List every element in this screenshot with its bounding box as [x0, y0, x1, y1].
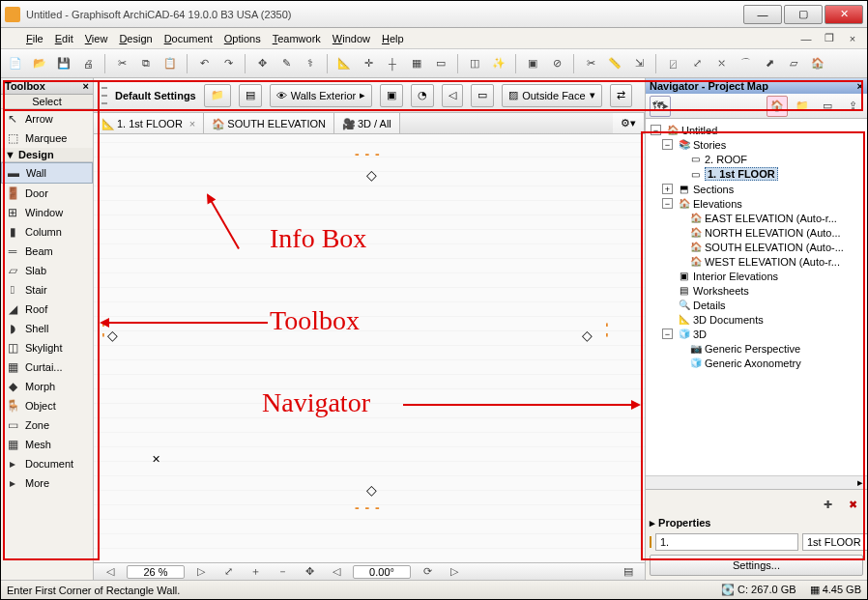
geometry3-button[interactable]: ◁: [442, 84, 463, 107]
tool-arrow[interactable]: ↖Arrow: [1, 109, 93, 129]
zoom-value[interactable]: 26 %: [127, 565, 185, 579]
toolbox-more[interactable]: ▸More: [1, 473, 93, 493]
tool-skylight[interactable]: ◫Skylight: [1, 338, 93, 357]
scrollfwd-button[interactable]: ▷: [190, 561, 212, 583]
new-button[interactable]: 📄: [5, 53, 26, 74]
structure-button[interactable]: ▤: [239, 84, 262, 107]
tool-marquee[interactable]: ⬚Marquee: [1, 129, 93, 148]
tree-3d-documents[interactable]: 📐3D Documents: [648, 312, 865, 327]
tree-south-elevation-auto-[interactable]: 🏠SOUTH ELEVATION (Auto-...: [648, 240, 865, 254]
prev-view-button[interactable]: ◁: [326, 561, 347, 583]
grid-button[interactable]: ▦: [406, 53, 427, 74]
tab-options-button[interactable]: ⚙▾: [613, 113, 645, 133]
mdi-close-button[interactable]: ×: [842, 28, 863, 49]
ruler-button[interactable]: 📏: [604, 53, 625, 74]
tool-shell[interactable]: ◗Shell: [1, 319, 93, 338]
quick-options-button[interactable]: ▤: [618, 561, 639, 583]
fillet-button[interactable]: ⌒: [735, 53, 756, 74]
copy-button[interactable]: ⧉: [135, 53, 157, 74]
orbit-button[interactable]: ⟳: [417, 561, 438, 583]
tree-east-elevation-auto-r-[interactable]: 🏠EAST ELEVATION (Auto-r...: [648, 211, 865, 225]
expand-icon[interactable]: −: [662, 198, 673, 209]
toolbox-document[interactable]: ▸Document: [1, 454, 93, 473]
property-name-input[interactable]: [802, 533, 868, 551]
tree-sections[interactable]: +⬒Sections: [648, 182, 865, 196]
tree-generic-axonometry[interactable]: 🧊Generic Axonometry: [648, 356, 865, 370]
menu-edit[interactable]: Edit: [49, 31, 79, 46]
suspend-button[interactable]: ⊘: [546, 53, 567, 74]
tree-west-elevation-auto-r-[interactable]: 🏠WEST ELEVATION (Auto-r...: [648, 254, 865, 269]
zoomin-button[interactable]: ＋: [245, 561, 266, 583]
offset-button[interactable]: ⇲: [628, 53, 650, 74]
zoomfit-button[interactable]: ⤢: [217, 561, 239, 583]
tree-untitled[interactable]: −🏠Untitled: [648, 123, 865, 137]
toolbox-group-design[interactable]: ▼ Design: [1, 148, 93, 162]
settings-button[interactable]: Settings...: [650, 555, 863, 576]
close-button[interactable]: ✕: [825, 5, 863, 24]
menu-view[interactable]: View: [79, 31, 114, 46]
zoomout-button[interactable]: －: [272, 561, 293, 583]
nav-viewmap-button[interactable]: 📁: [792, 96, 813, 117]
cut-button[interactable]: ✂: [111, 53, 132, 74]
tool-beam[interactable]: ═Beam: [1, 242, 93, 261]
scroll-right-icon[interactable]: ▸: [854, 476, 867, 489]
tool-stair[interactable]: 𓊍Stair: [1, 280, 93, 300]
geometry2-button[interactable]: ◔: [411, 84, 434, 107]
next-view-button[interactable]: ▷: [444, 561, 465, 583]
tree-2-roof[interactable]: ▭2. ROOF: [648, 152, 865, 166]
menu-design[interactable]: Design: [113, 31, 158, 46]
tree-3d[interactable]: −🧊3D: [648, 327, 865, 341]
tab-1-1st-floor[interactable]: 📐1. 1st FLOOR×: [94, 113, 204, 133]
tab-close-icon[interactable]: ×: [189, 118, 195, 129]
menu-help[interactable]: Help: [376, 31, 410, 46]
tool-column[interactable]: ▮Column: [1, 222, 93, 242]
tree-north-elevation-auto-[interactable]: 🏠NORTH ELEVATION (Auto...: [648, 225, 865, 240]
misc1-button[interactable]: ▱: [783, 53, 804, 74]
nav-publisher-button[interactable]: ⇪: [842, 96, 863, 117]
tree-details[interactable]: 🔍Details: [648, 298, 865, 312]
magic-button[interactable]: ✨: [488, 53, 509, 74]
menu-window[interactable]: Window: [327, 31, 376, 46]
tool-wall[interactable]: ▬Wall: [1, 162, 93, 184]
minimize-button[interactable]: —: [743, 5, 782, 24]
menu-teamwork[interactable]: Teamwork: [267, 31, 327, 46]
flip-button[interactable]: ⇄: [610, 84, 632, 107]
new-view-button[interactable]: ✚: [818, 494, 839, 515]
trim-button[interactable]: ✂: [580, 53, 601, 74]
tool-zone[interactable]: ▭Zone: [1, 415, 93, 435]
tool-window[interactable]: ⊞Window: [1, 203, 93, 222]
split-button[interactable]: ⍁: [662, 53, 683, 74]
nav-projmap-button[interactable]: 🏠: [767, 96, 788, 117]
measure-button[interactable]: 📐: [333, 53, 355, 74]
geometry4-button[interactable]: ▭: [471, 84, 494, 107]
intersect-button[interactable]: ⤬: [710, 53, 732, 74]
dropper-button[interactable]: ✎: [275, 53, 297, 74]
tool-slab[interactable]: ▱Slab: [1, 261, 93, 280]
drawing-canvas[interactable]: - - - ◇ - - ◇ ◇ - - ◇ - - - ✕: [94, 134, 645, 562]
tool-object[interactable]: 🪑Object: [1, 396, 93, 415]
guide-button[interactable]: ┼: [382, 53, 403, 74]
redo-button[interactable]: ↷: [217, 53, 239, 74]
save-button[interactable]: 💾: [53, 53, 74, 74]
misc2-button[interactable]: 🏠: [807, 53, 828, 74]
mdi-restore-button[interactable]: ❐: [819, 28, 840, 49]
tool-roof[interactable]: ◢Roof: [1, 300, 93, 319]
expand-icon[interactable]: −: [662, 329, 673, 339]
delete-view-button[interactable]: ✖: [842, 494, 863, 515]
open-button[interactable]: 📂: [29, 53, 50, 74]
syringe-button[interactable]: ⚕: [300, 53, 321, 74]
tree-interior-elevations[interactable]: ▣Interior Elevations: [648, 269, 865, 283]
tool-door[interactable]: 🚪Door: [1, 184, 93, 203]
property-index-input[interactable]: [655, 533, 798, 551]
walls-exterior-dropdown[interactable]: 👁 Walls Exterior ▸: [270, 84, 372, 107]
tab-3d-all[interactable]: 🎥3D / All: [334, 113, 400, 133]
menu-options[interactable]: Options: [218, 31, 267, 46]
tool-mesh[interactable]: ▦Mesh: [1, 435, 93, 454]
expand-icon[interactable]: −: [662, 139, 673, 150]
expand-icon[interactable]: −: [651, 125, 661, 135]
adjust-button[interactable]: ⤢: [686, 53, 708, 74]
tool-curtai-[interactable]: ▦Curtai...: [1, 357, 93, 377]
tree-1-1st-floor[interactable]: ▭1. 1st FLOOR: [648, 166, 865, 182]
toolbox-close-icon[interactable]: ×: [83, 80, 89, 92]
default-settings-label[interactable]: Default Settings: [115, 90, 196, 101]
